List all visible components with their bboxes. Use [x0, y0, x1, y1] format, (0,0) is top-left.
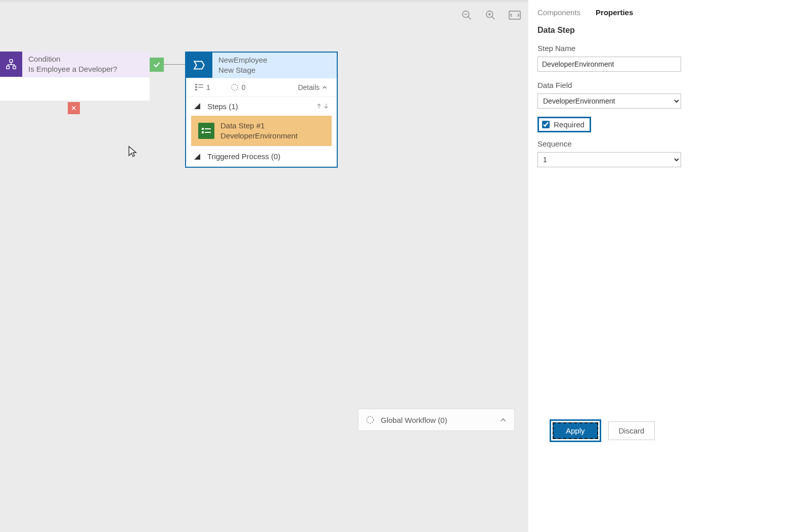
chevron-up-icon[interactable]	[499, 416, 507, 424]
cursor-icon	[128, 146, 137, 158]
condition-title: Condition	[28, 54, 117, 64]
step-name-label: Step Name	[537, 44, 800, 53]
svg-line-1	[468, 17, 471, 20]
stage-list-count: 1	[206, 83, 210, 91]
global-workflow-bar[interactable]: Global Workflow (0)	[358, 409, 515, 431]
svg-line-4	[492, 17, 495, 20]
stage-circle-count: 0	[242, 83, 246, 91]
svg-rect-15	[195, 86, 197, 88]
svg-rect-21	[202, 131, 204, 133]
stage-header: NewEmployee New Stage	[186, 53, 337, 78]
sequence-select[interactable]: 1	[537, 152, 681, 167]
branch-no-icon[interactable]	[68, 102, 80, 114]
panel-title: Data Step	[537, 26, 800, 35]
zoom-in-icon[interactable]	[485, 10, 496, 21]
required-checkbox-group[interactable]: Required	[537, 117, 591, 132]
svg-rect-14	[198, 84, 203, 85]
canvas-toolbar	[461, 10, 521, 21]
triggered-process-row[interactable]: Triggered Process (0)	[186, 146, 337, 167]
required-checkbox[interactable]	[542, 121, 550, 128]
condition-subtitle: Is Employee a Developer?	[28, 64, 117, 74]
fit-screen-icon[interactable]	[509, 11, 521, 20]
data-step-item[interactable]: Data Step #1 DeveloperEnvironment	[191, 116, 332, 147]
connector-line	[164, 64, 185, 65]
condition-node[interactable]: Condition Is Employee a Developer?	[0, 52, 150, 101]
steps-header: Steps (1)	[186, 97, 337, 116]
arrow-down-icon[interactable]	[323, 102, 330, 110]
triangle-icon	[193, 153, 201, 161]
svg-rect-17	[195, 89, 197, 90]
condition-icon	[0, 52, 22, 77]
tab-properties[interactable]: Properties	[596, 8, 633, 17]
panel-buttons: Apply Discard	[537, 419, 800, 523]
svg-rect-10	[13, 66, 16, 69]
svg-point-18	[232, 84, 238, 90]
svg-rect-13	[195, 84, 197, 85]
apply-button[interactable]: Apply	[553, 422, 598, 439]
arrow-up-icon[interactable]	[316, 102, 323, 110]
data-field-select[interactable]: DeveloperEnvironment	[537, 93, 681, 109]
data-step-subtitle: DeveloperEnvironment	[220, 131, 298, 141]
global-workflow-label: Global Workflow (0)	[381, 416, 447, 424]
steps-label: Steps (1)	[207, 102, 238, 111]
step-name-input[interactable]	[537, 57, 681, 72]
required-label: Required	[554, 120, 585, 129]
condition-header: Condition Is Employee a Developer?	[0, 52, 150, 77]
dotted-circle-icon	[231, 83, 239, 91]
svg-rect-22	[205, 132, 211, 133]
stage-title: NewEmployee	[218, 55, 267, 65]
sequence-label: Sequence	[537, 139, 800, 148]
zoom-out-icon[interactable]	[461, 10, 472, 21]
data-field-label: Data Field	[537, 81, 800, 89]
branch-yes-icon[interactable]	[150, 58, 164, 72]
stage-stats: 1 0 Details	[186, 78, 337, 97]
tab-components[interactable]: Components	[537, 8, 580, 17]
discard-button[interactable]: Discard	[608, 421, 655, 440]
properties-panel: Components Properties Data Step Step Nam…	[528, 0, 809, 532]
triangle-icon	[193, 102, 201, 110]
svg-rect-9	[7, 66, 10, 69]
svg-rect-20	[205, 128, 211, 129]
svg-rect-16	[198, 87, 203, 88]
chevron-up-icon	[322, 84, 328, 90]
svg-rect-8	[10, 60, 13, 63]
stage-icon	[186, 53, 212, 78]
data-step-title: Data Step #1	[220, 121, 298, 131]
panel-tabs: Components Properties	[537, 5, 800, 26]
dotted-circle-icon	[366, 415, 375, 424]
details-toggle[interactable]: Details	[298, 83, 328, 91]
stage-node[interactable]: NewEmployee New Stage 1 0 Details Steps …	[185, 52, 338, 168]
form-icon	[198, 123, 214, 139]
svg-point-23	[367, 416, 374, 423]
stage-subtitle: New Stage	[218, 65, 267, 75]
designer-canvas[interactable]: Condition Is Employee a Developer? NewEm…	[0, 0, 528, 532]
triggered-process-label: Triggered Process (0)	[207, 152, 281, 161]
svg-rect-19	[202, 128, 204, 130]
list-icon	[195, 84, 203, 91]
